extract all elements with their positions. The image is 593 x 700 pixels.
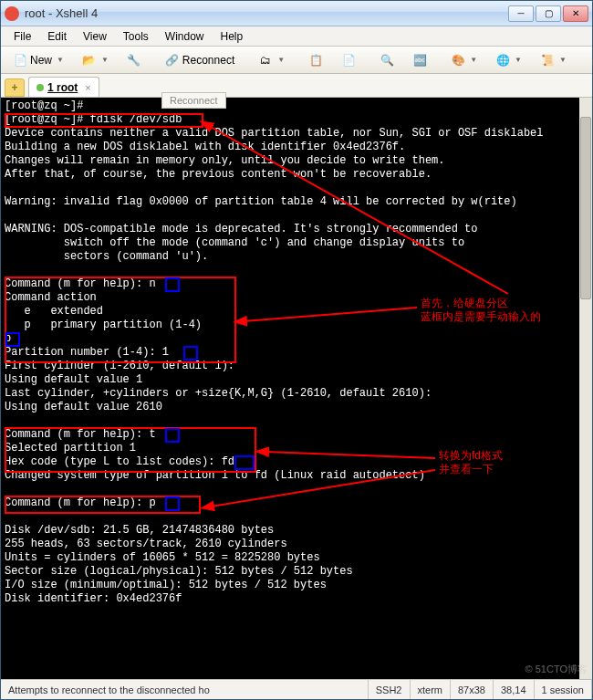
palette-icon: 🎨 bbox=[451, 53, 465, 68]
tab-session-1[interactable]: 1 root × bbox=[28, 77, 99, 97]
window-title: root - Xshell 4 bbox=[25, 6, 508, 20]
new-button[interactable]: 📄 New ▼ bbox=[6, 50, 70, 70]
open-button[interactable]: 📂▼ bbox=[76, 50, 115, 70]
menu-edit[interactable]: Edit bbox=[40, 28, 74, 45]
toolbar: 📄 New ▼ 📂▼ 🔧 🔗 Reconnect 🗂▼ 📋 📄 🔍 🔤 🎨▼ 🌐… bbox=[1, 47, 592, 74]
menu-view[interactable]: View bbox=[76, 28, 114, 45]
card-icon: 🗂 bbox=[258, 53, 273, 68]
status-dot-icon bbox=[36, 84, 44, 91]
new-icon: 📄 bbox=[13, 53, 27, 68]
find-button[interactable]: 🔍 bbox=[373, 50, 401, 70]
menu-window[interactable]: Window bbox=[158, 28, 212, 45]
script-icon: 📜 bbox=[540, 53, 555, 68]
status-protocol: SSH2 bbox=[369, 680, 411, 699]
dropdown-icon: ▼ bbox=[277, 56, 285, 64]
reconnect-label: Reconnect bbox=[182, 54, 234, 67]
wrench-icon: 🔧 bbox=[127, 53, 141, 68]
tabbar: + 1 root × Reconnect bbox=[1, 74, 592, 98]
status-message: Attempts to reconnect to the disconnecte… bbox=[1, 680, 369, 699]
vertical-scrollbar[interactable] bbox=[579, 98, 592, 679]
script-button[interactable]: 📜▼ bbox=[534, 50, 573, 70]
properties-button[interactable]: 🔧 bbox=[120, 50, 148, 70]
window-controls: ─ ▢ ✕ bbox=[508, 5, 588, 22]
menubar: File Edit View Tools Window Help bbox=[1, 26, 592, 47]
dropdown-icon: ▼ bbox=[57, 56, 64, 64]
terminal-output: [root@zq ~]# [root@zq ~]# fdisk /dev/sdb… bbox=[1, 98, 579, 608]
scroll-thumb[interactable] bbox=[580, 117, 591, 299]
menu-tools[interactable]: Tools bbox=[116, 28, 156, 45]
dropdown-icon: ▼ bbox=[559, 56, 567, 64]
titlebar: root - Xshell 4 ─ ▢ ✕ bbox=[1, 1, 592, 26]
menu-help[interactable]: Help bbox=[213, 28, 251, 45]
reconnect-icon: 🔗 bbox=[165, 53, 180, 68]
status-cursor: 38,14 bbox=[494, 680, 535, 699]
copy-button[interactable]: 📋 bbox=[302, 50, 329, 70]
tab-close-button[interactable]: × bbox=[85, 82, 90, 93]
folder-icon: 📂 bbox=[82, 53, 97, 68]
menu-file[interactable]: File bbox=[6, 28, 38, 45]
new-tab-button[interactable]: + bbox=[5, 78, 25, 97]
terminal-pane[interactable]: [root@zq ~]# [root@zq ~]# fdisk /dev/sdb… bbox=[1, 98, 592, 679]
new-label: New bbox=[30, 54, 52, 67]
globe-icon: 🌐 bbox=[495, 53, 510, 68]
color-button[interactable]: 🎨▼ bbox=[444, 50, 484, 70]
reconnect-button[interactable]: 🔗 Reconnect bbox=[159, 50, 241, 70]
status-sessions: 1 session bbox=[535, 680, 592, 699]
transfer-button[interactable]: 🌐▼ bbox=[489, 50, 528, 70]
lock-button[interactable]: 🔒 bbox=[584, 50, 593, 70]
tab-label: 1 root bbox=[47, 81, 78, 94]
paste-icon: 📄 bbox=[341, 53, 356, 68]
app-icon bbox=[5, 6, 19, 21]
dropdown-icon: ▼ bbox=[470, 56, 477, 64]
copy-icon: 📋 bbox=[308, 53, 323, 68]
search-icon: 🔍 bbox=[380, 53, 394, 68]
app-window: root - Xshell 4 ─ ▢ ✕ File Edit View Too… bbox=[0, 0, 593, 700]
maximize-button[interactable]: ▢ bbox=[536, 5, 561, 22]
status-term: xterm bbox=[411, 680, 452, 699]
address-button[interactable]: 🗂▼ bbox=[252, 50, 291, 70]
font-button[interactable]: 🔤 bbox=[406, 50, 433, 70]
reconnect-tooltip: Reconnect bbox=[161, 92, 226, 109]
status-size: 87x38 bbox=[451, 680, 494, 699]
statusbar: Attempts to reconnect to the disconnecte… bbox=[1, 679, 592, 699]
dropdown-icon: ▼ bbox=[515, 56, 522, 64]
close-button[interactable]: ✕ bbox=[563, 5, 588, 22]
paste-button[interactable]: 📄 bbox=[335, 50, 362, 70]
minimize-button[interactable]: ─ bbox=[508, 5, 534, 22]
dropdown-icon: ▼ bbox=[101, 56, 109, 64]
font-icon: 🔤 bbox=[412, 53, 427, 68]
